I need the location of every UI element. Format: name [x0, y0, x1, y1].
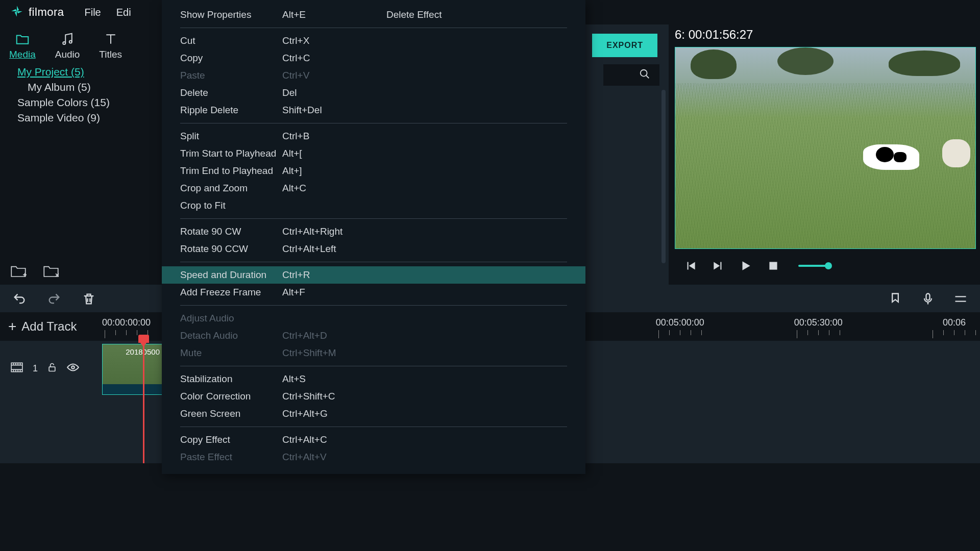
library-tabs: Media Audio Titles: [0, 24, 162, 60]
menu-separator: [180, 366, 567, 366]
playback-controls: [675, 249, 980, 283]
tab-media[interactable]: Media: [9, 32, 36, 60]
svg-rect-3: [769, 262, 777, 269]
scrollbar[interactable]: [662, 90, 666, 263]
menu-separator: [180, 28, 567, 28]
svg-point-7: [71, 366, 74, 368]
app-logo: filmora: [10, 5, 64, 20]
eye-icon[interactable]: [66, 362, 80, 375]
search-box[interactable]: [603, 64, 659, 86]
context-menu-item[interactable]: CutCtrl+X: [162, 32, 585, 49]
playhead[interactable]: [143, 341, 144, 463]
video-clip[interactable]: 20180500: [102, 344, 163, 395]
svg-point-0: [63, 42, 65, 44]
track-controls: 1: [0, 341, 102, 396]
context-menu-item: MuteCtrl+Shift+M: [162, 344, 585, 362]
export-button[interactable]: EXPORT: [592, 34, 657, 57]
context-menu-item[interactable]: Speed and DurationCtrl+R: [162, 266, 585, 284]
context-menu-item[interactable]: Ripple DeleteShift+Del: [162, 102, 585, 119]
project-list: My Project (5) My Album (5) Sample Color…: [0, 60, 162, 130]
track-number: 1: [33, 363, 38, 374]
menu-separator: [180, 218, 567, 219]
search-icon: [639, 68, 650, 82]
context-menu-item[interactable]: Copy EffectCtrl+Alt+C: [162, 431, 585, 448]
menu-separator: [180, 123, 567, 123]
svg-rect-6: [49, 367, 55, 371]
svg-point-1: [69, 41, 72, 43]
svg-rect-5: [11, 363, 22, 371]
add-track-button[interactable]: + Add Track: [0, 318, 85, 335]
project-item[interactable]: Sample Video (9): [10, 110, 152, 126]
undo-button[interactable]: [12, 292, 27, 305]
add-folder-button[interactable]: [10, 264, 27, 278]
preview-viewport[interactable]: [675, 47, 976, 249]
ruler-marker: 00:06: [933, 317, 976, 338]
delete-button[interactable]: [82, 292, 96, 305]
preview-timecode: 6: 00:01:56:27: [675, 28, 980, 47]
context-menu-item[interactable]: SplitCtrl+B: [162, 128, 585, 145]
plus-icon: +: [8, 318, 16, 335]
context-menu-item[interactable]: Crop and ZoomAlt+C: [162, 180, 585, 197]
context-menu-item[interactable]: Color CorrectionCtrl+Shift+C: [162, 388, 585, 405]
marker-icon[interactable]: [888, 292, 902, 305]
context-menu-item[interactable]: Crop to Fit: [162, 197, 585, 214]
menu-edit[interactable]: Edi: [116, 7, 131, 18]
context-menu-item[interactable]: Rotate 90 CWCtrl+Alt+Right: [162, 223, 585, 240]
svg-point-2: [641, 70, 647, 77]
tab-audio[interactable]: Audio: [55, 32, 80, 60]
context-menu-item[interactable]: Trim End to PlayheadAlt+]: [162, 162, 585, 180]
menu-separator: [180, 427, 567, 427]
left-panel: Media Audio Titles My Project (5) My Alb…: [0, 24, 162, 285]
stop-button[interactable]: [767, 259, 780, 272]
context-menu-item: Detach AudioCtrl+Alt+D: [162, 327, 585, 344]
context-menu-item[interactable]: Rotate 90 CCWCtrl+Alt+Left: [162, 240, 585, 258]
prev-frame-button[interactable]: [684, 259, 697, 272]
context-menu-item: PasteCtrl+V: [162, 67, 585, 84]
tab-titles[interactable]: Titles: [99, 32, 122, 60]
music-icon: [60, 32, 75, 47]
context-menu-item[interactable]: DeleteDel: [162, 84, 585, 102]
menu-file[interactable]: File: [85, 7, 101, 18]
context-menu: Delete Effect Show PropertiesAlt+ECutCtr…: [162, 0, 585, 474]
lock-icon[interactable]: [47, 362, 57, 375]
filmstrip-icon: [10, 362, 23, 375]
context-menu-item[interactable]: Show PropertiesAlt+E: [162, 6, 585, 23]
pinwheel-icon: [10, 5, 23, 20]
project-item[interactable]: Sample Colors (15): [10, 95, 152, 110]
folder-icon: [15, 32, 30, 47]
remove-folder-button[interactable]: [43, 264, 59, 278]
slider-thumb[interactable]: [825, 262, 832, 269]
project-item[interactable]: My Project (5): [10, 64, 152, 80]
preview-panel: 6: 00:01:56:27: [669, 24, 980, 285]
context-menu-item[interactable]: Add Freeze FrameAlt+F: [162, 284, 585, 301]
context-menu-item[interactable]: CopyCtrl+C: [162, 49, 585, 67]
play-button[interactable]: [739, 259, 752, 272]
menu-separator: [180, 262, 567, 262]
app-name: filmora: [29, 6, 64, 19]
ruler-marker: 00:05:00:00: [656, 317, 704, 338]
project-item[interactable]: My Album (5): [10, 80, 152, 95]
context-menu-item[interactable]: Green ScreenCtrl+Alt+G: [162, 405, 585, 422]
text-icon: [103, 32, 118, 47]
context-menu-item: Paste EffectCtrl+Alt+V: [162, 448, 585, 466]
volume-slider[interactable]: [798, 265, 829, 267]
svg-rect-4: [926, 294, 930, 300]
settings-icon[interactable]: [953, 292, 968, 305]
next-frame-button[interactable]: [712, 259, 725, 272]
context-menu-item: Adjust Audio: [162, 310, 585, 327]
context-menu-item[interactable]: StabilizationAlt+S: [162, 370, 585, 388]
ruler-marker: 00:05:30:00: [794, 317, 843, 338]
clip-audio-waveform: [103, 384, 163, 394]
microphone-icon[interactable]: [921, 292, 935, 305]
context-menu-item[interactable]: Trim Start to PlayheadAlt+[: [162, 145, 585, 162]
redo-button[interactable]: [47, 292, 61, 305]
context-menu-item[interactable]: Delete Effect: [386, 6, 442, 23]
menu-bar: File Edi: [85, 7, 131, 18]
menu-separator: [180, 305, 567, 306]
